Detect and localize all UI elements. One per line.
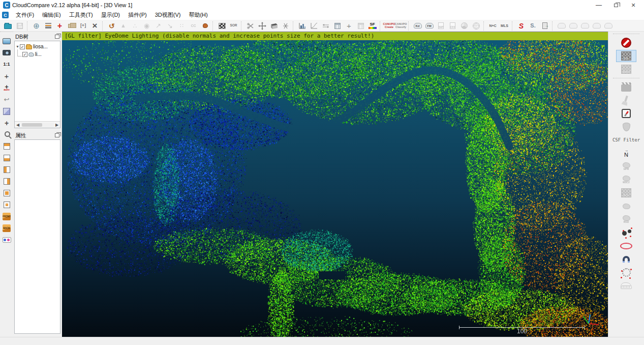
mesh-tool-button[interactable]: ◉ bbox=[141, 21, 152, 31]
screenshot-button[interactable] bbox=[1, 47, 12, 59]
view-front-button[interactable] bbox=[1, 187, 12, 199]
histogram-button[interactable] bbox=[296, 21, 308, 31]
normal-arrow-button[interactable]: →N bbox=[616, 147, 636, 159]
iso-back-button[interactable]: BACK bbox=[1, 222, 12, 234]
scatter-tool-button[interactable]: ↘ bbox=[164, 21, 176, 31]
sample-points-button[interactable]: ↗ bbox=[152, 21, 164, 31]
menu-item-0[interactable]: 文件(F) bbox=[12, 11, 38, 19]
compass-plugin-button[interactable] bbox=[616, 107, 636, 120]
perspective-cube-button[interactable] bbox=[1, 105, 12, 117]
scroll-thumb[interactable] bbox=[22, 123, 42, 127]
subsample-checker-button[interactable] bbox=[216, 21, 228, 31]
cloud-cloud-distance-button[interactable]: CC bbox=[188, 21, 199, 31]
pick-rotation-center-button[interactable]: ↩ bbox=[1, 94, 12, 105]
cloud-tool-plugin-button-5[interactable] bbox=[602, 21, 614, 31]
tree-item-1[interactable]: ✓li... bbox=[15, 50, 59, 58]
mls-smoothing-plugin-button[interactable]: MLS bbox=[499, 21, 510, 31]
stereo-mode-button[interactable] bbox=[1, 234, 12, 246]
spline-fit-plugin-button[interactable]: S. bbox=[527, 21, 539, 31]
visibility-checkbox[interactable]: ✓ bbox=[20, 44, 25, 49]
display-options-button[interactable] bbox=[1, 35, 12, 47]
delete-button[interactable]: × bbox=[89, 21, 101, 31]
mdi-child-icon[interactable]: C bbox=[2, 12, 9, 18]
scroll-track[interactable] bbox=[21, 123, 54, 127]
translate-rotate-button[interactable] bbox=[256, 21, 268, 31]
exit-door-plugin-button[interactable] bbox=[539, 21, 550, 31]
tree-item-0[interactable]: ▼✓liosa... bbox=[15, 43, 59, 50]
remove-gl-filter-button[interactable] bbox=[616, 37, 636, 49]
cross-section-button[interactable] bbox=[280, 21, 291, 31]
menu-item-5[interactable]: 3D视图(V) bbox=[151, 11, 185, 19]
clipping-box-button[interactable] bbox=[268, 21, 280, 31]
scroll-left-icon[interactable]: ◀ bbox=[15, 123, 21, 127]
set-pivot-button[interactable]: + bbox=[1, 70, 12, 82]
cloud-tool-plugin-button-3[interactable] bbox=[579, 21, 591, 31]
cloud-tool-plugin-button-2[interactable] bbox=[567, 21, 579, 31]
spline-red-plugin-button[interactable]: S bbox=[515, 21, 527, 31]
cloud-layers-plugin-button[interactable] bbox=[616, 279, 636, 292]
cloud-tool-plugin-button-1[interactable] bbox=[556, 21, 567, 31]
view-back-button[interactable] bbox=[1, 199, 12, 211]
scroll-right-icon[interactable]: ▶ bbox=[54, 123, 60, 127]
shp-file-button[interactable]: SHP bbox=[435, 21, 447, 31]
sor-filter-button[interactable]: SOR bbox=[228, 21, 239, 31]
db-tree-hscrollbar[interactable]: ◀ ▶ bbox=[15, 121, 60, 128]
edl-filter-button[interactable]: EDL bbox=[616, 50, 636, 62]
db-tree-float-button[interactable] bbox=[55, 35, 59, 39]
ransac-gears-plugin-button[interactable] bbox=[616, 226, 636, 239]
ellipse-plugin-button[interactable] bbox=[616, 240, 636, 252]
properties-float-button[interactable] bbox=[55, 133, 59, 137]
zoom-fit-button[interactable] bbox=[1, 129, 12, 140]
toolbar-drag-handle[interactable] bbox=[613, 34, 639, 34]
poisson-recon-plugin-button[interactable] bbox=[616, 200, 636, 212]
sf-minmax-button[interactable] bbox=[320, 21, 331, 31]
pcv-plugin-button[interactable]: PCV bbox=[616, 187, 636, 199]
fm-plugin-button[interactable]: FM bbox=[423, 21, 435, 31]
canupo-create-button[interactable]: CANUPO Create bbox=[383, 21, 395, 31]
expander-icon[interactable]: ▼ bbox=[15, 45, 20, 48]
visibility-checkbox[interactable]: ✓ bbox=[22, 52, 27, 57]
properties-list-button[interactable] bbox=[42, 21, 54, 31]
point-pair-align-button[interactable]: + bbox=[54, 21, 66, 31]
iso-front-button[interactable]: FRONT bbox=[1, 211, 12, 222]
canupo-classify-button[interactable]: CANUPO Classify bbox=[395, 21, 407, 31]
animation-plugin-button[interactable] bbox=[616, 81, 636, 93]
clean-broom-plugin-button[interactable] bbox=[616, 94, 636, 106]
menu-item-1[interactable]: 编辑(E) bbox=[38, 11, 65, 19]
kd-tree-plugin-button[interactable]: Kd bbox=[412, 21, 423, 31]
close-button[interactable]: × bbox=[625, 1, 642, 10]
sf-calculator-button[interactable] bbox=[355, 21, 366, 31]
csf-filter-label[interactable]: CSF Filter bbox=[616, 134, 636, 146]
save-button[interactable] bbox=[14, 21, 25, 31]
segment-scissors-button[interactable] bbox=[244, 21, 256, 31]
cloud-tool-plugin-button-4[interactable] bbox=[591, 21, 602, 31]
statistics-blob-button[interactable] bbox=[199, 21, 211, 31]
apply-transformation-button[interactable]: [+] bbox=[77, 21, 89, 31]
fit-plane-button[interactable]: ∷ bbox=[176, 21, 188, 31]
global-shift-button[interactable]: ⊕ bbox=[30, 21, 42, 31]
shield-plugin-button[interactable] bbox=[616, 121, 636, 133]
magnet-plugin-button[interactable] bbox=[616, 253, 636, 265]
normals-curvature-plugin-button[interactable]: N+C bbox=[487, 21, 499, 31]
curve-fit-button[interactable] bbox=[308, 21, 320, 31]
view-top-button[interactable] bbox=[1, 140, 12, 152]
menu-item-4[interactable]: 插件(P) bbox=[124, 11, 151, 19]
rsd-plugin-button[interactable]: RSD bbox=[616, 213, 636, 225]
view-left-button[interactable] bbox=[1, 164, 12, 176]
interactive-transform-button[interactable]: ↺ bbox=[106, 21, 117, 31]
clone-button[interactable] bbox=[66, 21, 77, 31]
add-sf-button[interactable]: + bbox=[343, 21, 355, 31]
open-file-button[interactable] bbox=[2, 21, 14, 31]
view-bottom-button[interactable] bbox=[1, 152, 12, 164]
auto-pivot-button[interactable]: +auto bbox=[1, 82, 12, 94]
3d-view[interactable]: [GL filter] EyeDome Lighting (disable no… bbox=[62, 32, 608, 337]
menu-item-6[interactable]: 帮助(H) bbox=[185, 11, 211, 19]
stat-test-button[interactable] bbox=[331, 21, 343, 31]
m3c2-plugin-button[interactable]: M3C2 bbox=[616, 174, 636, 186]
sf-color-scale-button[interactable]: SF bbox=[366, 21, 378, 31]
dot-circle-plugin-button[interactable] bbox=[616, 266, 636, 278]
zoom-1-1-button[interactable]: 1:1 bbox=[1, 59, 12, 70]
pan-mode-button[interactable]: + bbox=[1, 117, 12, 129]
view-right-button[interactable] bbox=[1, 176, 12, 187]
ssao-filter-button[interactable]: SSAO bbox=[616, 63, 636, 75]
